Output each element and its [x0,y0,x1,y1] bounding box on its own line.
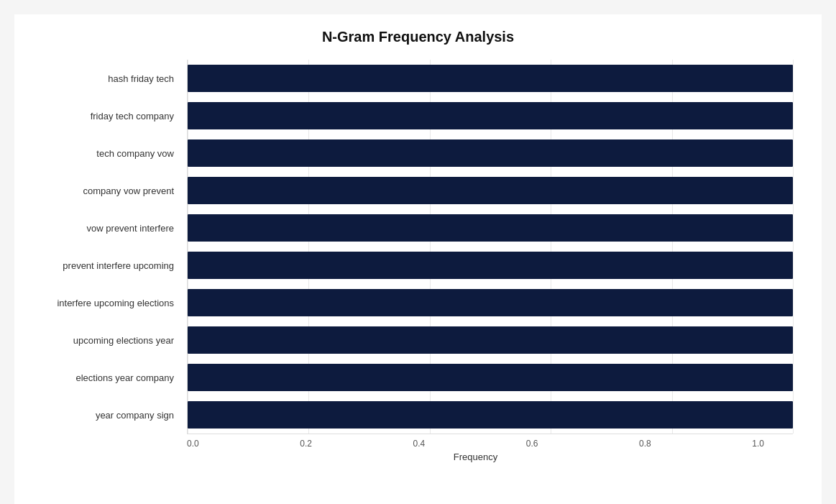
bar-row [188,396,793,434]
bar-row [188,134,793,172]
x-axis-label-5: 1.0 [752,439,764,449]
bar-4 [188,214,793,242]
bar-row [188,209,793,247]
y-label-6: interfere upcoming elections [43,285,180,322]
bar-row [188,247,793,284]
x-axis-labels: 0.00.20.40.60.81.0 [187,434,764,449]
y-label-4: vow prevent interfere [43,209,180,247]
chart-title: N-Gram Frequency Analysis [43,29,793,45]
bar-5 [188,252,793,279]
x-axis-label-0: 0.0 [187,439,199,449]
bar-0 [188,65,793,92]
bar-row [188,172,793,209]
bars-area [187,60,793,434]
x-axis-label-4: 0.8 [639,439,651,449]
bar-row [188,359,793,396]
chart-container: N-Gram Frequency Analysis hash friday te… [14,14,822,504]
bar-9 [188,401,793,429]
y-axis-labels: hash friday techfriday tech companytech … [43,60,187,434]
x-axis-label-1: 0.2 [300,439,312,449]
grid-line-5 [793,60,794,434]
y-label-9: year company sign [43,397,180,434]
bar-2 [188,139,793,167]
y-label-3: company vow prevent [43,172,180,209]
y-label-2: tech company vow [43,134,180,172]
y-label-7: upcoming elections year [43,322,180,359]
bar-row [188,97,793,134]
bar-8 [188,364,793,391]
x-axis-label-2: 0.4 [413,439,426,449]
x-axis-title: Frequency [187,452,764,462]
y-label-0: hash friday tech [43,60,180,97]
bar-6 [188,289,793,316]
x-axis-label-3: 0.6 [526,439,538,449]
bar-row [188,60,793,97]
y-label-1: friday tech company [43,97,180,134]
y-label-5: prevent interfere upcoming [43,247,180,285]
bar-7 [188,326,793,354]
bar-1 [188,102,793,129]
bar-row [188,321,793,359]
bar-row [188,284,793,321]
chart-body: hash friday techfriday tech companytech … [43,60,793,434]
bar-3 [188,177,793,204]
y-label-8: elections year company [43,359,180,397]
